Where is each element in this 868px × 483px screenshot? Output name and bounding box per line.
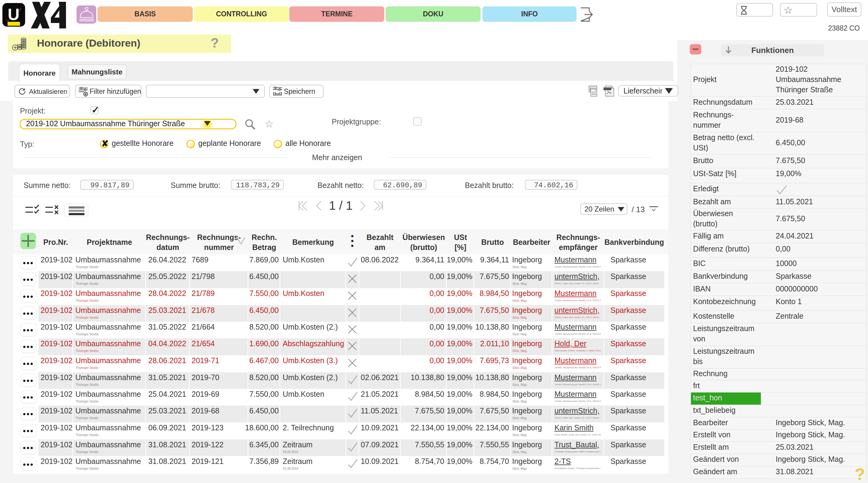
svg-text:U: U — [8, 5, 20, 23]
